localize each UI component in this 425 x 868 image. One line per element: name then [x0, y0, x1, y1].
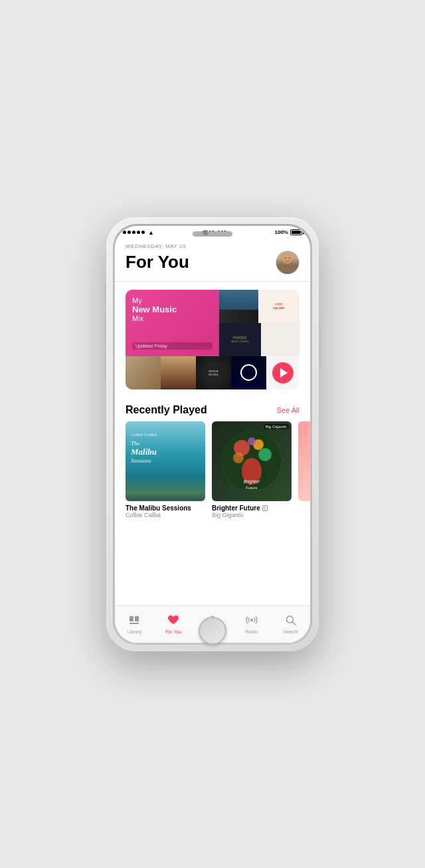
date-label: WEDNESDAY, MAY 10	[126, 243, 299, 249]
third-art	[298, 421, 310, 501]
play-icon	[280, 368, 288, 378]
odessa-ring	[240, 364, 257, 381]
mix-line1: My	[132, 296, 212, 304]
featured-bottom-row: RUFUSDU SOL	[126, 356, 299, 389]
album-city-art	[219, 290, 258, 323]
heart-svg	[167, 615, 179, 625]
signal-dot-1	[123, 231, 126, 234]
love-galore-art: LOVEGALORE	[258, 290, 300, 323]
search-label: Search	[283, 629, 298, 634]
bottom-spacer	[115, 518, 310, 526]
tab-radio[interactable]: Radio	[232, 615, 271, 634]
home-button[interactable]	[199, 617, 226, 645]
wifi-icon: ▲	[148, 229, 154, 236]
brighter-title-row: Brighter Future E	[212, 504, 292, 512]
album-cover-malibu: Colbie Caillat The Malibu Sessions	[126, 421, 205, 501]
rufus-label: RUFUSDU SOL	[209, 370, 218, 376]
main-content: WEDNESDAY, MAY 10 For You	[115, 239, 310, 605]
header-row: For You	[126, 251, 299, 274]
city-lines-art	[219, 290, 258, 323]
featured-card[interactable]: My New Music Mix Updated Friday	[126, 290, 299, 389]
albums-row: Colbie Caillat The Malibu Sessions	[115, 421, 310, 518]
screen-wrapper: ▲ 9:41 AM 100% WEDNESDAY, MAY 10	[115, 226, 310, 643]
right-top-row: LOVEGALORE	[219, 290, 299, 323]
speaker-grille	[193, 231, 232, 237]
malibu-artist-name: Colbie Caillat	[126, 512, 205, 518]
svg-point-8	[258, 448, 272, 461]
malibu-artist-text: Colbie Caillat	[131, 432, 157, 437]
album-cover-third	[298, 421, 310, 501]
signal-dot-4	[137, 231, 140, 234]
malibu-sessions: Sessions	[131, 457, 151, 464]
recently-played-title: Recently Played	[126, 404, 207, 416]
svg-point-10	[233, 453, 244, 463]
see-all-button[interactable]: See All	[277, 406, 299, 414]
explicit-badge: E	[262, 505, 268, 511]
big-gigantic-label: Big Gigantic	[264, 424, 289, 429]
svg-rect-15	[135, 616, 139, 621]
brighter-art: Brighter Future Big Gigantic	[212, 421, 292, 501]
featured-right-grid: LOVEGALORE PHASES MAJID JORDAN	[219, 290, 299, 356]
radio-icon	[246, 615, 258, 628]
mix-card[interactable]: My New Music Mix Updated Friday	[126, 290, 219, 356]
brighter-circle-art: Brighter Future	[222, 431, 282, 491]
library-icon	[128, 615, 140, 628]
svg-rect-16	[129, 623, 139, 624]
play-button-container[interactable]	[266, 356, 299, 389]
tab-search[interactable]: Search	[271, 615, 310, 634]
malibu-art: Colbie Caillat The Malibu Sessions	[126, 421, 205, 501]
mix-line3: Mix	[132, 314, 212, 322]
mute-button	[104, 284, 106, 304]
avatar-image	[276, 251, 299, 274]
album-item-third[interactable]	[298, 421, 310, 518]
battery-percent: 100%	[275, 229, 288, 235]
malibu-name: Malibu	[131, 447, 157, 457]
tab-for-you[interactable]: For You	[154, 615, 193, 634]
battery-icon	[290, 229, 302, 235]
for-you-icon	[167, 615, 179, 628]
screen: ▲ 9:41 AM 100% WEDNESDAY, MAY 10	[115, 226, 310, 643]
page-header: WEDNESDAY, MAY 10 For You	[115, 239, 310, 282]
signal-dot-5	[141, 231, 145, 234]
thumb-1	[126, 356, 161, 389]
malibu-album-text: The Malibu Sessions	[131, 440, 200, 464]
mix-updated-label: Updated Friday	[132, 342, 212, 350]
thumb-3: RUFUSDU SOL	[196, 356, 231, 389]
featured-section: My New Music Mix Updated Friday	[115, 282, 310, 397]
featured-top: My New Music Mix Updated Friday	[126, 290, 299, 356]
thumb-4	[231, 356, 266, 389]
right-bottom-row: PHASES MAJID JORDAN	[219, 323, 299, 356]
album-item-malibu[interactable]: Colbie Caillat The Malibu Sessions	[126, 421, 205, 518]
signal-dot-3	[132, 231, 135, 234]
thumb1-art	[126, 356, 161, 389]
malibu-overlay	[126, 468, 205, 501]
search-svg	[285, 615, 297, 625]
svg-point-18	[250, 619, 253, 621]
svg-text:Future: Future	[246, 486, 258, 490]
radio-label: Radio	[246, 629, 258, 634]
avatar-svg	[276, 251, 299, 274]
phases-label: PHASES	[233, 336, 246, 340]
album-item-brighter[interactable]: Brighter Future Big Gigantic Brighter Fu…	[212, 421, 292, 518]
svg-point-1	[280, 264, 296, 273]
front-camera	[203, 230, 209, 235]
page-title: For You	[126, 252, 189, 272]
mix-title: My New Music Mix	[132, 296, 212, 323]
avatar[interactable]	[276, 251, 299, 274]
svg-rect-14	[129, 616, 133, 621]
album-cover-brighter: Brighter Future Big Gigantic	[212, 421, 292, 501]
status-battery: 100%	[275, 229, 302, 235]
album4-art	[261, 323, 300, 356]
svg-text:Brighter: Brighter	[244, 479, 260, 485]
svg-point-3	[285, 257, 286, 259]
search-icon	[285, 615, 297, 628]
tab-library[interactable]: Library	[115, 615, 154, 634]
library-svg	[128, 615, 140, 625]
thumb3-art: RUFUSDU SOL	[196, 356, 231, 389]
love-galore-label: LOVEGALORE	[273, 302, 284, 309]
svg-point-4	[289, 257, 290, 259]
malibu-title-text: The Malibu Sessions	[126, 504, 205, 512]
mix-line2: New Music	[132, 304, 212, 315]
for-you-label: For You	[165, 629, 181, 634]
play-button[interactable]	[272, 362, 294, 383]
